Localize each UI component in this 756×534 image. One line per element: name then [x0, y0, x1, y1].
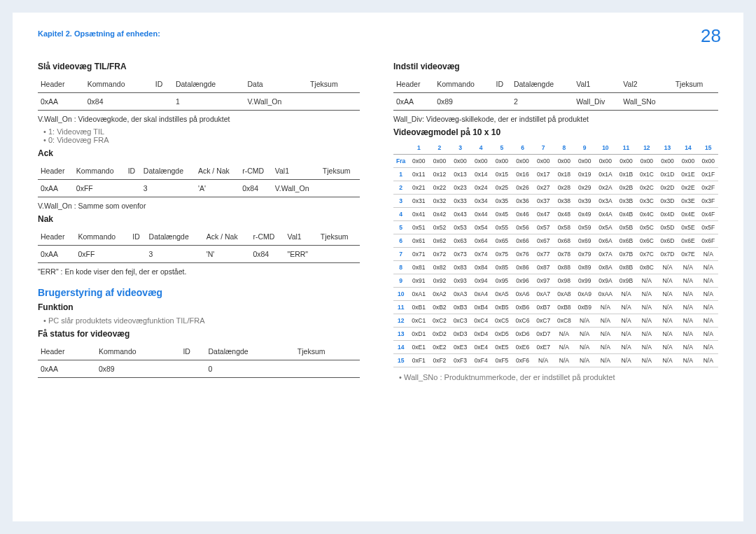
- model-row-header: 10: [393, 288, 408, 301]
- section-heading: Brugerstyring af videovæg: [38, 287, 360, 298]
- funktion-title: Funktion: [38, 302, 360, 312]
- model-row-header: 12: [393, 314, 408, 328]
- model-cell: N/A: [636, 314, 657, 328]
- model-cell: 0x2D: [657, 181, 678, 195]
- model-cell: 0x22: [429, 181, 450, 195]
- table-header: Val1: [284, 228, 317, 246]
- model-cell: N/A: [533, 354, 554, 367]
- model-cell: 0x55: [491, 221, 512, 234]
- model-cell: 0xD5: [491, 328, 512, 341]
- table-cell: V.Wall_On: [245, 93, 307, 111]
- table-cell: [153, 93, 173, 111]
- model-cell: N/A: [575, 354, 595, 367]
- table-header: Header: [393, 76, 434, 93]
- table-cell: 2: [511, 93, 573, 111]
- table-header: Header: [38, 343, 96, 360]
- model-cell: 0xB6: [512, 301, 533, 314]
- model-cell: 0x42: [429, 208, 450, 221]
- table-cell: [130, 246, 146, 263]
- model-col-header: 1: [408, 141, 429, 155]
- model-cell: 0x00: [491, 155, 512, 168]
- model-cell: 0xAA: [595, 288, 616, 301]
- model-cell: N/A: [678, 341, 698, 354]
- model-cell: 0xC4: [470, 314, 491, 328]
- model-cell: 0xA1: [408, 288, 429, 301]
- status-title: Få status for videovæg: [38, 329, 360, 339]
- model-cell: 0x3F: [698, 195, 718, 208]
- model-cell: 0x98: [554, 274, 575, 288]
- table-cell: [673, 93, 718, 111]
- model-cell: 0x71: [408, 248, 429, 261]
- table-header: Kommando: [74, 162, 125, 180]
- model-cell: 0x00: [698, 155, 718, 168]
- model-cell: 0x19: [575, 168, 595, 181]
- model-col-header: 2: [429, 141, 450, 155]
- model-cell: 0x7E: [678, 248, 698, 261]
- model-cell: N/A: [698, 261, 718, 274]
- table-header: Kommando: [96, 343, 180, 360]
- model-cell: 0x45: [491, 208, 512, 221]
- model-cell: N/A: [554, 354, 575, 367]
- model-cell: 0x00: [512, 155, 533, 168]
- model-col-header: 3: [450, 141, 471, 155]
- model-cell: N/A: [595, 354, 616, 367]
- model-cell: 0x72: [429, 248, 450, 261]
- table-cell: 0x89: [96, 360, 180, 378]
- model-cell: N/A: [636, 328, 657, 341]
- table-header: Header: [38, 162, 74, 180]
- table-cell: 3: [146, 246, 204, 263]
- model-cell: 0x25: [491, 181, 512, 195]
- cmd-table-set-wall: HeaderKommandoIDDatalængdeVal1Val2Tjeksu…: [393, 76, 718, 111]
- model-cell: 0x6E: [678, 234, 698, 248]
- table-header: ID: [125, 162, 141, 180]
- model-cell: 0x4A: [595, 208, 616, 221]
- model-cell: N/A: [657, 301, 678, 314]
- model-cell: 0x47: [533, 208, 554, 221]
- model-cell: 0xA2: [429, 288, 450, 301]
- model-cell: 0x35: [491, 195, 512, 208]
- model-col-header: 12: [636, 141, 657, 155]
- model-cell: 0x4E: [678, 208, 698, 221]
- model-cell: 0x44: [470, 208, 491, 221]
- model-cell: 0x5B: [616, 221, 636, 234]
- model-cell: N/A: [616, 354, 636, 367]
- model-cell: 0x1A: [595, 168, 616, 181]
- model-row-header: 9: [393, 274, 408, 288]
- table-header: Data: [245, 76, 307, 93]
- note: "ERR" : En kode viser den fejl, der er o…: [38, 267, 360, 276]
- table-cell: 'A': [195, 180, 239, 197]
- model-cell: 0xF6: [512, 354, 533, 367]
- model-cell: N/A: [678, 274, 698, 288]
- model-row-header: 2: [393, 181, 408, 195]
- model-cell: 0x00: [470, 155, 491, 168]
- model-col-header: 10: [595, 141, 616, 155]
- model-cell: 0xF1: [408, 354, 429, 367]
- table-header: Header: [38, 228, 75, 246]
- model-cell: N/A: [595, 301, 616, 314]
- model-cell: 0x87: [533, 261, 554, 274]
- model-cell: 0x82: [429, 261, 450, 274]
- table-header: r-CMD: [239, 162, 272, 180]
- model-cell: 0xE7: [533, 341, 554, 354]
- model-cell: N/A: [616, 314, 636, 328]
- table-header: Datalængde: [141, 162, 195, 180]
- model-cell: N/A: [698, 341, 718, 354]
- model-cell: N/A: [595, 328, 616, 341]
- model-cell: 0x18: [554, 168, 575, 181]
- cmd-table-ack: HeaderKommandoIDDatalængdeAck / Nakr-CMD…: [38, 162, 360, 197]
- model-cell: 0x67: [533, 234, 554, 248]
- cmd-table-status: HeaderKommandoIDDatalængdeTjeksum0xAA0x8…: [38, 343, 360, 378]
- model-cell: 0x00: [595, 155, 616, 168]
- model-cell: 0xA3: [450, 288, 471, 301]
- model-cell: 0x69: [575, 234, 595, 248]
- model-cell: N/A: [595, 341, 616, 354]
- model-cell: 0x53: [450, 221, 471, 234]
- model-cell: 0xA8: [554, 288, 575, 301]
- table-cell: 0xAA: [38, 93, 85, 111]
- model-cell: 0x7C: [636, 248, 657, 261]
- nak-title: Nak: [38, 214, 360, 224]
- model-cell: 0x2E: [678, 181, 698, 195]
- model-col-header: 7: [533, 141, 554, 155]
- model-cell: N/A: [698, 328, 718, 341]
- table-header: Ack / Nak: [195, 162, 239, 180]
